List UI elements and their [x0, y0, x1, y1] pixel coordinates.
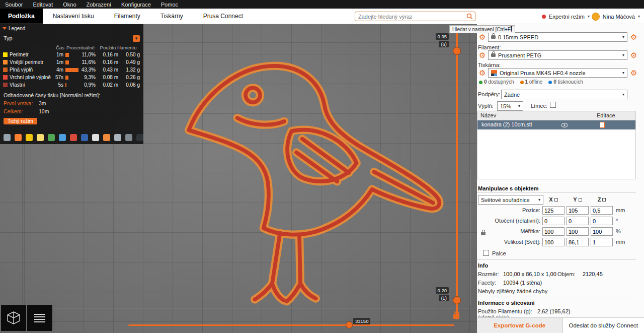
- legend-toggle-icon[interactable]: [114, 134, 121, 141]
- supports-select[interactable]: Žádné ▾: [501, 90, 627, 99]
- eye-icon[interactable]: [561, 123, 568, 127]
- shells-icon[interactable]: [92, 134, 99, 141]
- position-z-input[interactable]: [591, 206, 613, 215]
- axis-copy-icon[interactable]: [554, 198, 558, 202]
- size-x-input[interactable]: [542, 238, 565, 246]
- legend-row[interactable]: Plná výplň 4m 43,3% 0.43 m 1.32 g: [3, 66, 140, 74]
- menu-pomoc[interactable]: Pomoc: [156, 2, 183, 8]
- printer-brand-icon: [491, 70, 497, 76]
- export-gcode-button[interactable]: Exportovat G-code: [477, 318, 563, 333]
- size-y-input[interactable]: [567, 238, 589, 246]
- edit-gcode-icon[interactable]: [600, 122, 605, 128]
- object-row[interactable]: konadra (2) 10cm.stl: [477, 120, 635, 129]
- filament-gear-icon[interactable]: ⚙: [479, 51, 486, 59]
- print-profile-select[interactable]: 0.15mm SPEED ▾: [488, 32, 627, 42]
- type-dropdown-button[interactable]: ▼: [133, 35, 140, 42]
- divider: [477, 297, 636, 297]
- moves-slider-track[interactable]: [128, 324, 454, 326]
- legend-title: Legend: [9, 26, 25, 31]
- legend-row[interactable]: Vnější perimetr 1m 11,6% 0.16 m 0.49 g: [3, 58, 140, 66]
- seams-icon[interactable]: [48, 134, 55, 141]
- size-label: Velikost [Svět]:: [477, 239, 540, 245]
- brim-checkbox[interactable]: [550, 102, 556, 108]
- size-info-value: 100,00 x 86,10 x 1,00: [503, 271, 556, 277]
- total-time-label: Celkem:: [4, 108, 39, 114]
- legend-row[interactable]: Vrchní plné výplně 57s 9,3% 0.08 m 0.26 …: [3, 74, 140, 81]
- inches-checkbox[interactable]: [483, 250, 489, 256]
- chevron-down-icon: ▾: [638, 14, 640, 19]
- filament-label: Filament:: [478, 44, 501, 50]
- wipe-icon[interactable]: [15, 134, 22, 141]
- sliced-model-bird[interactable]: [180, 35, 444, 310]
- position-y-input[interactable]: [567, 206, 589, 215]
- tool-marker-icon[interactable]: [103, 134, 110, 141]
- menu-zobrazeni[interactable]: Zobrazení: [82, 2, 117, 8]
- retractions-icon[interactable]: [26, 134, 33, 141]
- scale-x-input[interactable]: [542, 227, 565, 236]
- tab-tiskarny[interactable]: Tiskárny: [150, 9, 193, 24]
- position-x-input[interactable]: [542, 206, 565, 215]
- rotation-label: Otočení (relativní):: [477, 218, 540, 224]
- print-settings-gear-icon[interactable]: ⚙: [479, 33, 486, 41]
- menu-konfigurace[interactable]: Konfigurace: [116, 2, 156, 8]
- tab-nastaveni-tisku[interactable]: Nastavení tisku: [43, 9, 104, 24]
- expert-mode-selector[interactable]: Expertní režim ▾: [542, 9, 590, 24]
- facets-value: 10094 (1 stěna): [503, 280, 542, 286]
- color-changes-icon[interactable]: [59, 134, 66, 141]
- scale-z-input[interactable]: [591, 227, 613, 236]
- time-estimate-icon[interactable]: [125, 134, 132, 141]
- legend-row[interactable]: Vlastní 5s 0,9% 0.02 m 0.06 g: [3, 81, 140, 89]
- coordinates-select[interactable]: Světové souřadnice ▾: [478, 195, 543, 205]
- axis-copy-icon[interactable]: [579, 198, 582, 202]
- chevron-down-icon: ▾: [588, 14, 590, 19]
- rotation-z-input[interactable]: [591, 217, 613, 225]
- percent-bar: [65, 83, 66, 87]
- menu-soubor[interactable]: Soubor: [0, 2, 28, 8]
- menu-okno[interactable]: Okno: [58, 2, 81, 8]
- editor-view-button[interactable]: [1, 305, 26, 331]
- scale-y-input[interactable]: [567, 227, 589, 236]
- rotation-x-input[interactable]: [542, 217, 565, 225]
- custom-gcode-icon[interactable]: [81, 134, 88, 141]
- tab-podlozka[interactable]: Podložka: [0, 9, 43, 24]
- menubar: Soubor Editovat Okno Zobrazení Konfigura…: [0, 0, 644, 9]
- printer-preview-icon[interactable]: [136, 134, 143, 141]
- travel-icon[interactable]: [4, 134, 11, 141]
- filament-select[interactable]: Prusament PETG ▾: [488, 50, 627, 60]
- rotation-y-input[interactable]: [567, 217, 589, 225]
- size-z-input[interactable]: [591, 238, 613, 246]
- status-dot-icon: [548, 81, 552, 84]
- preview-view-button[interactable]: [27, 305, 52, 331]
- preview-options-bar: [4, 134, 143, 141]
- layer-slider-bottom-handle[interactable]: [453, 296, 461, 304]
- facets-label: Facety:: [478, 280, 496, 286]
- filament-edit-gear-icon[interactable]: ⚙: [630, 51, 637, 59]
- percent-bar: [65, 68, 78, 72]
- send-to-connect-button[interactable]: Odeslat do služby Connect: [563, 318, 644, 333]
- moves-slider-handle[interactable]: [346, 321, 353, 328]
- printer-gear-icon[interactable]: ⚙: [479, 69, 486, 77]
- settings-search: [355, 12, 475, 21]
- pause-prints-icon[interactable]: [70, 134, 77, 141]
- search-icon[interactable]: [466, 13, 473, 20]
- tab-prusa-connect[interactable]: Prusa Connect: [193, 9, 253, 24]
- legend-header[interactable]: Legend: [0, 24, 143, 32]
- legend-table-header: Čas Procentuálně Použito filamentu: [3, 44, 140, 51]
- brim-label: Límec:: [531, 103, 547, 109]
- layer-slider-track[interactable]: [456, 29, 458, 319]
- printer-select[interactable]: Original Prusa MK4S HF0.4 nozzle ▾: [488, 68, 627, 78]
- search-input[interactable]: [355, 14, 466, 20]
- menu-editovat[interactable]: Editovat: [28, 2, 58, 8]
- silent-mode-toggle[interactable]: Tichý režim: [4, 118, 37, 124]
- user-menu[interactable]: Nina Máčová ▾: [592, 9, 640, 24]
- layer-slider-top-handle[interactable]: [453, 47, 461, 55]
- legend-panel: Legend Typ ▼ Čas Procentuálně Použito fi…: [0, 24, 143, 144]
- axis-copy-icon[interactable]: [602, 198, 606, 202]
- print-profile-edit-gear-icon[interactable]: ⚙: [630, 33, 637, 41]
- type-label: Typ: [4, 35, 13, 41]
- deretractions-icon[interactable]: [37, 134, 44, 141]
- legend-row[interactable]: Perimetr 1m 11,0% 0.16 m 0.50 g: [3, 51, 140, 58]
- tab-filamenty[interactable]: Filamenty: [104, 9, 150, 24]
- printer-edit-gear-icon[interactable]: ⚙: [630, 69, 637, 77]
- infill-select[interactable]: 15% ▾: [497, 101, 523, 111]
